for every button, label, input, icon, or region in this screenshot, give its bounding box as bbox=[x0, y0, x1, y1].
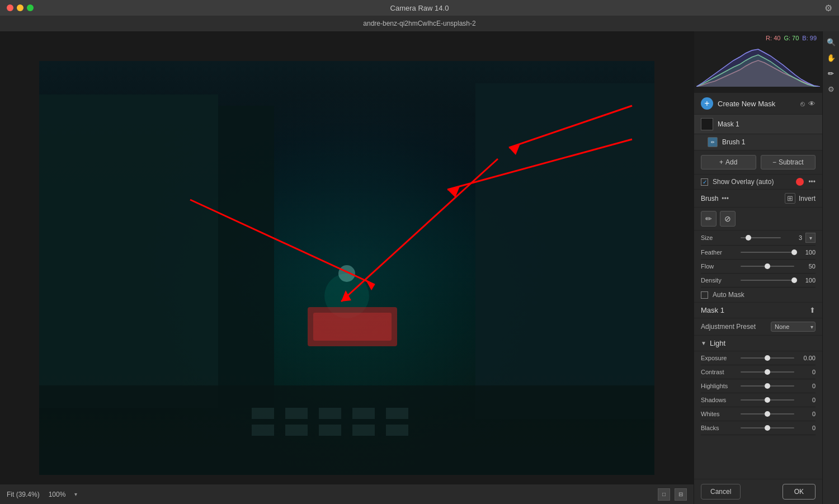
mask1-section-icon[interactable]: ⬆ bbox=[809, 306, 816, 314]
create-new-mask-button[interactable]: + bbox=[701, 97, 713, 110]
brush-erase-button[interactable]: ⊘ bbox=[720, 211, 736, 227]
feather-value: 100 bbox=[798, 249, 816, 256]
brush-paint-button[interactable]: ✏ bbox=[701, 211, 717, 227]
contrast-slider-row: Contrast 0 bbox=[701, 365, 816, 379]
density-slider-thumb[interactable] bbox=[791, 277, 797, 283]
blacks-slider-track[interactable] bbox=[741, 423, 794, 432]
flow-slider-row: Flow 50 bbox=[701, 260, 816, 274]
hand-tool-icon[interactable]: ✋ bbox=[825, 51, 837, 64]
density-slider-track[interactable] bbox=[741, 276, 794, 285]
size-slider-thumb[interactable] bbox=[746, 235, 751, 241]
whites-slider-track[interactable] bbox=[741, 409, 794, 418]
arrows-overlay bbox=[39, 61, 654, 475]
whites-slider-row: Whites 0 bbox=[701, 407, 816, 421]
mask1-section-title: Mask 1 bbox=[701, 306, 806, 314]
histogram-r-value: R: 40 bbox=[766, 35, 780, 41]
zoom-dropdown-icon[interactable]: ▾ bbox=[74, 491, 77, 497]
overlay-color-swatch[interactable] bbox=[796, 178, 804, 186]
brush1-thumbnail: ✏ bbox=[708, 137, 718, 147]
shadows-slider-thumb[interactable] bbox=[765, 397, 770, 403]
exposure-value: 0.00 bbox=[798, 355, 816, 361]
cancel-button[interactable]: Cancel bbox=[701, 484, 741, 500]
brush1-item-row[interactable]: ✏ Brush 1 bbox=[694, 134, 822, 150]
split-view-button[interactable]: ⊟ bbox=[675, 488, 687, 501]
app-title: Camera Raw 14.0 bbox=[390, 4, 449, 12]
light-chevron-icon: ▼ bbox=[701, 340, 706, 346]
size-slider-track[interactable] bbox=[741, 233, 781, 242]
brush-options-icon[interactable]: ••• bbox=[722, 195, 729, 202]
auto-mask-checkbox[interactable] bbox=[701, 291, 708, 299]
add-button[interactable]: + Add bbox=[701, 155, 756, 169]
adj-preset-select[interactable]: None bbox=[771, 322, 816, 332]
edit-tool-icon[interactable]: ✏ bbox=[825, 67, 837, 79]
auto-mask-label: Auto Mask bbox=[713, 291, 744, 299]
whites-slider-thumb[interactable] bbox=[765, 411, 770, 417]
size-dropdown-icon[interactable]: ▾ bbox=[805, 233, 816, 243]
density-slider-row: Density 100 bbox=[701, 274, 816, 288]
settings-panel-icon[interactable]: ⚙ bbox=[825, 83, 837, 95]
exposure-slider-thumb[interactable] bbox=[765, 355, 770, 361]
exposure-slider-row: Exposure 0.00 bbox=[701, 351, 816, 365]
svg-line-25 bbox=[341, 159, 498, 302]
minimize-button[interactable] bbox=[17, 4, 23, 11]
overlay-options-icon[interactable]: ••• bbox=[808, 178, 816, 186]
mask1-section: Mask 1 ⬆ bbox=[694, 303, 822, 318]
exposure-slider-track[interactable] bbox=[741, 354, 794, 362]
mask1-item-row[interactable]: Mask 1 bbox=[694, 115, 822, 134]
histogram-svg bbox=[696, 45, 820, 87]
show-overlay-checkbox[interactable] bbox=[701, 178, 708, 186]
close-button[interactable] bbox=[7, 4, 13, 11]
canvas-area[interactable]: Fit (39.4%) 100% ▾ □ ⊟ bbox=[0, 31, 694, 504]
histogram-rgb: R: 40 G: 70 B: 99 bbox=[766, 35, 817, 41]
maximize-button[interactable] bbox=[27, 4, 34, 11]
svg-line-19 bbox=[509, 106, 632, 148]
zoom-tool-icon[interactable]: 🔍 bbox=[825, 36, 837, 48]
svg-rect-5 bbox=[252, 408, 274, 419]
shadows-value: 0 bbox=[798, 397, 816, 403]
contrast-slider-thumb[interactable] bbox=[765, 369, 770, 375]
mask-share-icon[interactable]: ⎋ bbox=[800, 100, 805, 108]
highlights-slider-track[interactable] bbox=[741, 381, 794, 390]
svg-rect-11 bbox=[285, 425, 308, 436]
ok-button[interactable]: OK bbox=[783, 484, 816, 500]
svg-rect-10 bbox=[252, 425, 274, 436]
light-section-header[interactable]: ▼ Light bbox=[694, 336, 822, 351]
whites-label: Whites bbox=[701, 411, 737, 417]
mask-visibility-icon[interactable]: 👁 bbox=[808, 100, 816, 108]
svg-rect-1 bbox=[39, 95, 218, 408]
brush-title: Brush bbox=[701, 195, 718, 202]
density-value: 100 bbox=[798, 277, 816, 284]
blacks-slider-thumb[interactable] bbox=[765, 425, 770, 431]
svg-rect-12 bbox=[319, 425, 341, 436]
blacks-slider-row: Blacks 0 bbox=[701, 421, 816, 435]
svg-line-23 bbox=[190, 200, 375, 285]
svg-rect-7 bbox=[319, 408, 341, 419]
fit-label: Fit (39.4%) bbox=[7, 491, 40, 498]
subtract-button[interactable]: − Subtract bbox=[761, 155, 816, 169]
contrast-label: Contrast bbox=[701, 369, 737, 375]
contrast-slider-track[interactable] bbox=[741, 368, 794, 376]
highlights-slider-thumb[interactable] bbox=[765, 383, 770, 389]
single-view-button[interactable]: □ bbox=[658, 488, 670, 501]
svg-rect-18 bbox=[313, 313, 392, 341]
flow-value: 50 bbox=[798, 263, 816, 270]
flow-slider-track[interactable] bbox=[741, 262, 794, 271]
panel-scroll-area[interactable]: + Create New Mask ⎋ 👁 Mask 1 ✏ Brush 1 bbox=[694, 93, 822, 479]
flow-slider-thumb[interactable] bbox=[765, 263, 770, 269]
blacks-value: 0 bbox=[798, 425, 816, 431]
svg-rect-3 bbox=[475, 83, 654, 419]
panel-bottom: Cancel OK bbox=[694, 479, 822, 504]
feather-slider-thumb[interactable] bbox=[791, 249, 797, 255]
feather-slider-track[interactable] bbox=[741, 248, 794, 257]
shadows-slider-track[interactable] bbox=[741, 395, 794, 404]
window-controls[interactable] bbox=[7, 4, 34, 11]
highlights-value: 0 bbox=[798, 383, 816, 389]
highlights-label: Highlights bbox=[701, 383, 737, 389]
feather-slider-row: Feather 100 bbox=[701, 246, 816, 260]
svg-point-16 bbox=[338, 265, 355, 282]
feather-label: Feather bbox=[701, 249, 737, 256]
settings-icon[interactable]: ⚙ bbox=[824, 3, 832, 13]
svg-marker-26 bbox=[341, 290, 351, 302]
invert-button[interactable]: Invert bbox=[799, 195, 816, 202]
svg-line-21 bbox=[447, 139, 632, 190]
